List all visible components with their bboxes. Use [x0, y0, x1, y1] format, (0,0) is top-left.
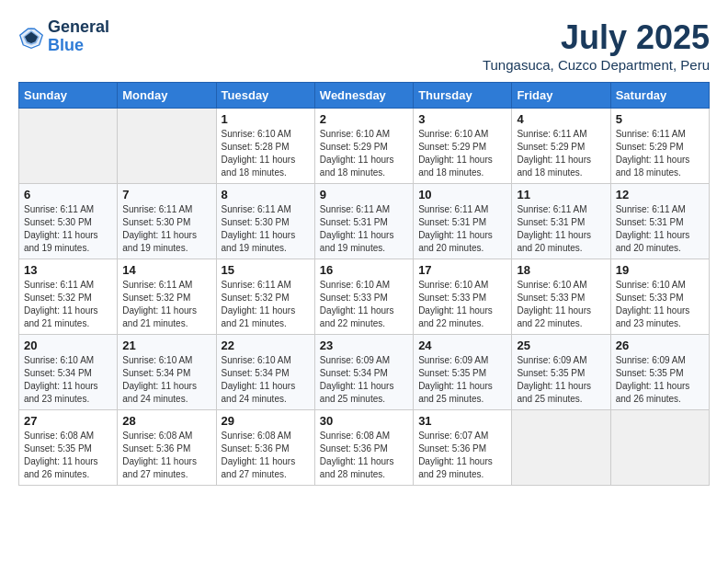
day-number: 21	[122, 339, 210, 352]
calendar-cell: 1Sunrise: 6:10 AM Sunset: 5:28 PM Daylig…	[216, 109, 314, 184]
day-number: 30	[320, 414, 408, 428]
logo-general-text: General	[48, 17, 109, 36]
calendar-cell: 30Sunrise: 6:08 AM Sunset: 5:36 PM Dayli…	[314, 410, 413, 486]
calendar-table: SundayMondayTuesdayWednesdayThursdayFrid…	[18, 82, 710, 486]
day-number: 18	[517, 263, 605, 277]
day-number: 13	[24, 263, 112, 277]
calendar-cell: 11Sunrise: 6:11 AM Sunset: 5:31 PM Dayli…	[512, 184, 610, 259]
day-info: Sunrise: 6:09 AM Sunset: 5:35 PM Dayligh…	[517, 354, 605, 406]
day-number: 1	[222, 112, 310, 126]
day-number: 6	[24, 188, 112, 201]
day-number: 29	[222, 414, 310, 428]
day-number: 17	[418, 263, 506, 277]
calendar-header-sunday: Sunday	[19, 83, 118, 109]
calendar-cell: 2Sunrise: 6:10 AM Sunset: 5:29 PM Daylig…	[314, 109, 413, 184]
calendar-cell: 8Sunrise: 6:11 AM Sunset: 5:30 PM Daylig…	[216, 184, 314, 259]
calendar-cell	[512, 410, 610, 486]
calendar-cell: 19Sunrise: 6:10 AM Sunset: 5:33 PM Dayli…	[610, 259, 709, 335]
day-info: Sunrise: 6:09 AM Sunset: 5:35 PM Dayligh…	[418, 354, 506, 406]
calendar-cell: 6Sunrise: 6:11 AM Sunset: 5:30 PM Daylig…	[19, 184, 118, 259]
day-info: Sunrise: 6:11 AM Sunset: 5:32 PM Dayligh…	[222, 279, 310, 330]
day-info: Sunrise: 6:11 AM Sunset: 5:29 PM Dayligh…	[517, 128, 605, 179]
calendar-cell: 12Sunrise: 6:11 AM Sunset: 5:31 PM Dayli…	[610, 184, 709, 259]
day-number: 2	[320, 112, 408, 126]
day-number: 14	[122, 263, 210, 277]
calendar-cell	[118, 109, 216, 184]
day-number: 26	[616, 339, 704, 352]
calendar-cell: 31Sunrise: 6:07 AM Sunset: 5:36 PM Dayli…	[414, 410, 512, 486]
calendar-cell: 9Sunrise: 6:11 AM Sunset: 5:31 PM Daylig…	[314, 184, 413, 259]
day-number: 11	[517, 188, 605, 201]
calendar-cell: 13Sunrise: 6:11 AM Sunset: 5:32 PM Dayli…	[19, 259, 118, 335]
day-number: 25	[517, 339, 605, 352]
day-info: Sunrise: 6:08 AM Sunset: 5:36 PM Dayligh…	[222, 430, 310, 481]
day-info: Sunrise: 6:09 AM Sunset: 5:35 PM Dayligh…	[616, 354, 704, 406]
title-area: July 2025 Tungasuca, Cuzco Department, P…	[483, 18, 710, 73]
day-number: 4	[517, 112, 605, 126]
calendar-week-row: 6Sunrise: 6:11 AM Sunset: 5:30 PM Daylig…	[19, 184, 710, 259]
calendar-cell: 18Sunrise: 6:10 AM Sunset: 5:33 PM Dayli…	[512, 259, 610, 335]
day-info: Sunrise: 6:10 AM Sunset: 5:33 PM Dayligh…	[517, 279, 605, 330]
day-info: Sunrise: 6:10 AM Sunset: 5:34 PM Dayligh…	[122, 354, 210, 406]
day-number: 12	[616, 188, 704, 201]
day-number: 15	[222, 263, 310, 277]
day-info: Sunrise: 6:11 AM Sunset: 5:32 PM Dayligh…	[122, 279, 210, 330]
calendar-cell: 17Sunrise: 6:10 AM Sunset: 5:33 PM Dayli…	[414, 259, 512, 335]
day-info: Sunrise: 6:11 AM Sunset: 5:30 PM Dayligh…	[122, 203, 210, 255]
day-info: Sunrise: 6:09 AM Sunset: 5:34 PM Dayligh…	[320, 354, 408, 406]
day-info: Sunrise: 6:10 AM Sunset: 5:29 PM Dayligh…	[320, 128, 408, 179]
calendar-cell: 26Sunrise: 6:09 AM Sunset: 5:35 PM Dayli…	[610, 335, 709, 410]
calendar-cell: 22Sunrise: 6:10 AM Sunset: 5:34 PM Dayli…	[216, 335, 314, 410]
logo: General Blue	[18, 18, 109, 55]
calendar-header-friday: Friday	[512, 83, 610, 109]
day-info: Sunrise: 6:07 AM Sunset: 5:36 PM Dayligh…	[418, 430, 506, 481]
calendar-cell: 29Sunrise: 6:08 AM Sunset: 5:36 PM Dayli…	[216, 410, 314, 486]
day-number: 20	[24, 339, 112, 352]
day-info: Sunrise: 6:10 AM Sunset: 5:34 PM Dayligh…	[222, 354, 310, 406]
calendar-header-monday: Monday	[118, 83, 216, 109]
calendar-header-tuesday: Tuesday	[216, 83, 314, 109]
calendar-cell: 7Sunrise: 6:11 AM Sunset: 5:30 PM Daylig…	[118, 184, 216, 259]
day-info: Sunrise: 6:11 AM Sunset: 5:29 PM Dayligh…	[616, 128, 704, 179]
calendar-cell: 27Sunrise: 6:08 AM Sunset: 5:35 PM Dayli…	[19, 410, 118, 486]
calendar-week-row: 27Sunrise: 6:08 AM Sunset: 5:35 PM Dayli…	[19, 410, 710, 486]
calendar-cell: 20Sunrise: 6:10 AM Sunset: 5:34 PM Dayli…	[19, 335, 118, 410]
day-info: Sunrise: 6:11 AM Sunset: 5:31 PM Dayligh…	[320, 203, 408, 255]
month-title: July 2025	[483, 18, 710, 57]
calendar-week-row: 1Sunrise: 6:10 AM Sunset: 5:28 PM Daylig…	[19, 109, 710, 184]
day-number: 23	[320, 339, 408, 352]
day-number: 19	[616, 263, 704, 277]
day-info: Sunrise: 6:10 AM Sunset: 5:33 PM Dayligh…	[418, 279, 506, 330]
day-number: 28	[122, 414, 210, 428]
day-info: Sunrise: 6:08 AM Sunset: 5:35 PM Dayligh…	[24, 430, 112, 481]
day-number: 22	[222, 339, 310, 352]
logo-blue-text: Blue	[48, 36, 84, 54]
page-header: General Blue July 2025 Tungasuca, Cuzco …	[18, 18, 710, 73]
day-number: 27	[24, 414, 112, 428]
calendar-cell: 21Sunrise: 6:10 AM Sunset: 5:34 PM Dayli…	[118, 335, 216, 410]
day-number: 9	[320, 188, 408, 201]
calendar-week-row: 13Sunrise: 6:11 AM Sunset: 5:32 PM Dayli…	[19, 259, 710, 335]
calendar-cell: 16Sunrise: 6:10 AM Sunset: 5:33 PM Dayli…	[314, 259, 413, 335]
day-info: Sunrise: 6:08 AM Sunset: 5:36 PM Dayligh…	[320, 430, 408, 481]
day-number: 31	[418, 414, 506, 428]
location-title: Tungasuca, Cuzco Department, Peru	[483, 57, 710, 73]
calendar-cell: 3Sunrise: 6:10 AM Sunset: 5:29 PM Daylig…	[414, 109, 512, 184]
day-info: Sunrise: 6:08 AM Sunset: 5:36 PM Dayligh…	[122, 430, 210, 481]
day-info: Sunrise: 6:11 AM Sunset: 5:32 PM Dayligh…	[24, 279, 112, 330]
calendar-cell: 10Sunrise: 6:11 AM Sunset: 5:31 PM Dayli…	[414, 184, 512, 259]
day-number: 7	[122, 188, 210, 201]
day-number: 3	[418, 112, 506, 126]
day-number: 24	[418, 339, 506, 352]
calendar-week-row: 20Sunrise: 6:10 AM Sunset: 5:34 PM Dayli…	[19, 335, 710, 410]
calendar-cell: 23Sunrise: 6:09 AM Sunset: 5:34 PM Dayli…	[314, 335, 413, 410]
calendar-cell	[19, 109, 118, 184]
day-number: 8	[222, 188, 310, 201]
calendar-cell: 24Sunrise: 6:09 AM Sunset: 5:35 PM Dayli…	[414, 335, 512, 410]
calendar-cell	[610, 410, 709, 486]
calendar-header-thursday: Thursday	[414, 83, 512, 109]
logo-text: General Blue	[48, 18, 109, 55]
day-info: Sunrise: 6:11 AM Sunset: 5:30 PM Dayligh…	[222, 203, 310, 255]
day-info: Sunrise: 6:10 AM Sunset: 5:28 PM Dayligh…	[222, 128, 310, 179]
day-info: Sunrise: 6:10 AM Sunset: 5:29 PM Dayligh…	[418, 128, 506, 179]
